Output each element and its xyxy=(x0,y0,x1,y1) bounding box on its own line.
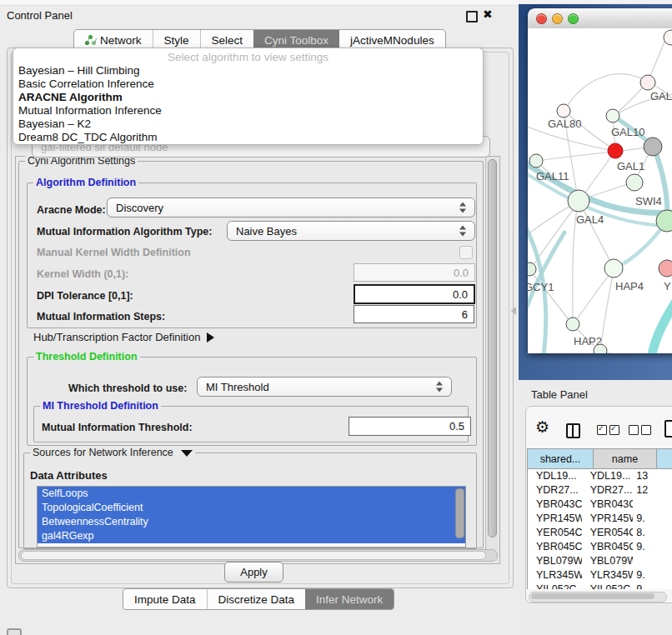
settings-vscrollbar[interactable] xyxy=(485,157,498,562)
network-node[interactable] xyxy=(664,30,672,45)
splitter-collapse-icon[interactable] xyxy=(511,307,516,315)
column-header-col2[interactable] xyxy=(657,448,672,469)
dpi-tolerance-field[interactable]: 0.0 xyxy=(354,284,475,304)
bottom-tab-infer-network[interactable]: Infer Network xyxy=(305,589,394,609)
network-edge[interactable] xyxy=(530,271,571,323)
attribute-item-betweennesscentrality[interactable]: BetweennessCentrality xyxy=(38,515,465,529)
table-row[interactable]: YLR345WYLR345W9. xyxy=(528,568,672,582)
table-row[interactable]: YDR27...YDR27...12 xyxy=(528,483,672,498)
minimize-traffic-icon[interactable] xyxy=(552,13,563,24)
sources-legend[interactable]: Sources for Network Inference xyxy=(30,447,195,458)
column-header-shared[interactable]: shared... xyxy=(527,448,594,469)
kernel-width-field[interactable]: 0.0 xyxy=(354,263,475,282)
network-node-hap2[interactable] xyxy=(566,318,579,331)
network-node[interactable] xyxy=(644,138,662,156)
table-hscrollbar-thumb[interactable] xyxy=(531,593,654,599)
network-node-hap4[interactable] xyxy=(604,259,623,278)
table-header-row: shared...name xyxy=(527,448,672,469)
deselect-all-columns-icon[interactable] xyxy=(629,425,651,435)
which-threshold-combo[interactable]: MI Threshold xyxy=(197,377,452,397)
select-all-columns-icon[interactable] xyxy=(597,425,619,435)
table-row[interactable]: YDL19...YDL19...13 xyxy=(528,469,672,483)
data-attributes-list[interactable]: SelfLoopsTopologicalCoefficientBetweenne… xyxy=(37,486,466,548)
mi-type-combo[interactable]: Naive Bayes xyxy=(227,221,475,241)
mi-threshold-field[interactable]: 0.5 xyxy=(349,417,471,436)
zoom-traffic-icon[interactable] xyxy=(568,13,579,24)
table-row[interactable]: YBL079WYBL079W xyxy=(528,554,672,568)
network-view-window[interactable]: GALGAL80GAL10GAL1GAL11SWI4GAL4GCY1HAP4YH… xyxy=(528,8,672,353)
table-row[interactable]: YBR045CYBR045C9. xyxy=(528,540,672,554)
network-node-gal[interactable] xyxy=(640,75,655,90)
hub-definition-label: Hub/Transcription Factor Definition xyxy=(33,331,200,343)
network-node-gal4[interactable] xyxy=(568,190,589,212)
table-hscrollbar[interactable] xyxy=(529,592,667,602)
settings-hscrollbar[interactable] xyxy=(18,549,498,562)
network-node-gal10[interactable] xyxy=(606,109,619,122)
network-node-swi4[interactable] xyxy=(626,174,643,191)
aracne-mode-combo[interactable]: Discovery xyxy=(107,198,475,218)
mi-steps-field[interactable]: 6 xyxy=(354,305,474,323)
document-icon[interactable] xyxy=(664,420,672,438)
network-node-gal1[interactable] xyxy=(608,143,623,158)
bottom-corner-icon[interactable] xyxy=(7,628,22,635)
network-edge[interactable] xyxy=(600,270,614,350)
table-cell: YLR345W xyxy=(582,568,634,582)
table-cell: YIL052C xyxy=(528,582,582,589)
checked-box-icon xyxy=(609,425,619,435)
network-edge[interactable] xyxy=(574,270,613,322)
network-graph: GALGAL80GAL10GAL1GAL11SWI4GAL4GCY1HAP4YH… xyxy=(528,28,672,353)
manual-kernel-checkbox[interactable] xyxy=(459,246,473,259)
table-row[interactable]: YBR043CYBR043C xyxy=(528,498,672,512)
stepper-icon xyxy=(436,382,444,392)
attributes-scrollbar[interactable] xyxy=(455,488,464,538)
kernel-width-label: Kernel Width (0,1): xyxy=(37,268,128,280)
bottom-tab-impute-data[interactable]: Impute Data xyxy=(123,589,207,609)
table-cell: 12 xyxy=(633,483,672,498)
network-window-titlebar[interactable] xyxy=(528,8,672,29)
apply-button[interactable]: Apply xyxy=(224,562,283,582)
algorithm-option-basic-correlation-inference[interactable]: Basic Correlation Inference xyxy=(13,78,483,91)
table-cell: YBR043C xyxy=(582,498,634,512)
kernel-width-value: 0.0 xyxy=(454,267,469,279)
gear-icon[interactable]: ⚙ xyxy=(535,419,549,435)
network-node-gcy1[interactable] xyxy=(528,262,536,276)
close-icon[interactable]: ✖ xyxy=(483,8,493,21)
network-node[interactable] xyxy=(594,344,607,353)
mi-steps-label: Mutual Information Steps: xyxy=(37,311,165,322)
algorithm-option-bayesian-hill-climbing[interactable]: Bayesian – Hill Climbing xyxy=(13,64,483,78)
settings-vscrollbar-thumb[interactable] xyxy=(488,159,497,538)
table-row[interactable]: YPR145WYPR145W9. xyxy=(528,512,672,526)
network-node-gal80[interactable] xyxy=(557,104,570,118)
network-edge-highlighted[interactable] xyxy=(651,293,672,353)
network-edge-highlighted[interactable] xyxy=(654,147,667,220)
apply-button-label: Apply xyxy=(240,566,268,578)
table-cell: YDL19... xyxy=(528,469,582,483)
node-label-gcy1: GCY1 xyxy=(528,281,554,293)
network-canvas[interactable]: GALGAL80GAL10GAL1GAL11SWI4GAL4GCY1HAP4YH… xyxy=(528,28,672,353)
data-attributes-label: Data Attributes xyxy=(30,469,108,482)
attribute-item-topologicalcoefficient[interactable]: TopologicalCoefficient xyxy=(38,501,465,515)
network-edge[interactable] xyxy=(538,152,614,161)
algorithm-option-bayesian-k2[interactable]: Bayesian – K2 xyxy=(13,118,483,131)
algorithm-option-dream8-dc-tdc-algorithm[interactable]: Dream8 DC_TDC Algorithm xyxy=(13,131,483,144)
attribute-item-selfloops[interactable]: SelfLoops xyxy=(38,487,465,501)
close-traffic-icon[interactable] xyxy=(536,13,547,24)
settings-hscrollbar-thumb[interactable] xyxy=(21,551,486,560)
manual-kernel-label: Manual Kernel Width Definition xyxy=(37,247,191,258)
bottom-tab-discretize-data[interactable]: Discretize Data xyxy=(207,589,306,609)
network-node-y[interactable] xyxy=(659,260,672,277)
network-node-gal11[interactable] xyxy=(529,154,543,168)
table-row[interactable]: YER054CYER054C8. xyxy=(528,526,672,540)
algorithm-option-mutual-information-inference[interactable]: Mutual Information Inference xyxy=(13,104,483,118)
hub-definition-toggle[interactable]: Hub/Transcription Factor Definition xyxy=(33,331,214,343)
column-header-name[interactable]: name xyxy=(594,448,657,469)
algorithm-option-aracne-algorithm[interactable]: ARACNE Algorithm xyxy=(13,91,483,104)
attribute-item-gal4rgexp[interactable]: gal4RGexp xyxy=(38,529,465,543)
top-strip xyxy=(0,0,519,6)
node-label-gal: GAL xyxy=(650,90,672,102)
cyni-bottom-tabs: Impute DataDiscretize DataInfer Network xyxy=(123,588,394,610)
table-row[interactable]: YIL052CYIL052C9 xyxy=(528,582,672,589)
column-selector-icon[interactable] xyxy=(566,423,580,438)
table-body[interactable]: YDL19...YDL19...13YDR27...YDR27...12YBR0… xyxy=(527,469,672,589)
float-window-icon[interactable] xyxy=(466,11,478,22)
